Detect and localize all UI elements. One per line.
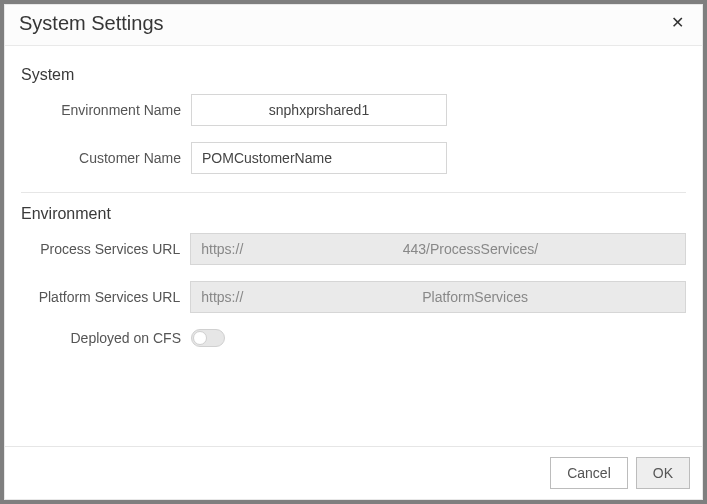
environment-name-input[interactable] (191, 94, 447, 126)
section-system: System Environment Name Customer Name (21, 66, 686, 174)
process-services-url-input[interactable] (190, 233, 686, 265)
environment-heading: Environment (21, 205, 686, 223)
toggle-knob (193, 331, 207, 345)
ok-button[interactable]: OK (636, 457, 690, 489)
row-process-services-url: Process Services URL (21, 233, 686, 265)
row-deployed-on-cfs: Deployed on CFS (21, 329, 686, 347)
dialog-frame: System Settings ✕ System Environment Nam… (0, 0, 707, 504)
deployed-on-cfs-toggle[interactable] (191, 329, 225, 347)
dialog-title: System Settings (19, 12, 164, 35)
dialog-body: System Environment Name Customer Name En… (5, 46, 702, 446)
platform-services-url-input[interactable] (190, 281, 686, 313)
environment-name-label: Environment Name (21, 102, 191, 118)
row-customer-name: Customer Name (21, 142, 686, 174)
dialog: System Settings ✕ System Environment Nam… (4, 4, 703, 500)
process-services-url-label: Process Services URL (21, 241, 190, 257)
row-platform-services-url: Platform Services URL (21, 281, 686, 313)
section-environment: Environment Process Services URL Platfor… (21, 205, 686, 347)
dialog-footer: Cancel OK (5, 446, 702, 499)
cancel-button[interactable]: Cancel (550, 457, 628, 489)
system-heading: System (21, 66, 686, 84)
platform-services-url-label: Platform Services URL (21, 289, 190, 305)
customer-name-label: Customer Name (21, 150, 191, 166)
deployed-on-cfs-label: Deployed on CFS (21, 330, 191, 346)
dialog-titlebar: System Settings ✕ (5, 5, 702, 46)
close-button[interactable]: ✕ (667, 11, 688, 35)
row-environment-name: Environment Name (21, 94, 686, 126)
customer-name-input[interactable] (191, 142, 447, 174)
section-divider (21, 192, 686, 193)
close-icon: ✕ (671, 14, 684, 31)
